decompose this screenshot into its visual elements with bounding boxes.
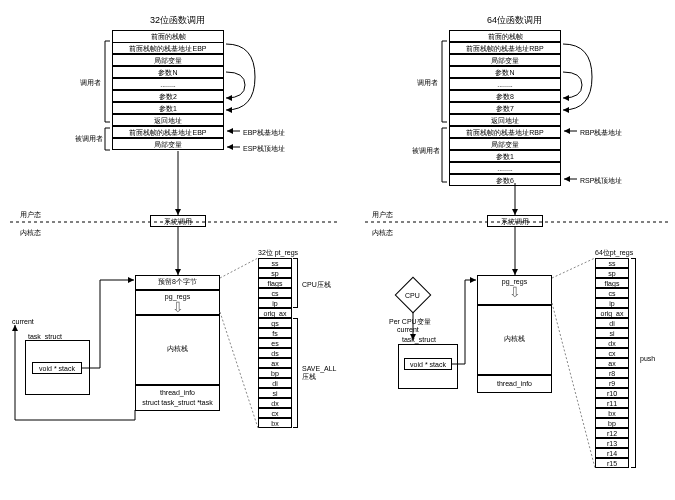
svg-marker-31 — [564, 128, 570, 134]
brace-push — [631, 258, 636, 468]
left-user-label: 用户态 — [20, 210, 41, 220]
left-ptregs-cell: bp — [258, 368, 292, 378]
left-title: 32位函数调用 — [150, 14, 205, 27]
right-title: 64位函数调用 — [487, 14, 542, 27]
right-pgregs: pg_regs⇩ — [477, 275, 552, 305]
right-stack-cell: 参数7 — [449, 102, 561, 114]
right-ptregs-cell: flags — [595, 278, 629, 288]
left-stack-cell: ........ — [112, 78, 224, 90]
right-voidstack: void * stack — [404, 358, 452, 370]
right-callee-label: 被调用者 — [412, 146, 440, 156]
left-stack-cell: 前面栈帧的栈基地址EBP — [112, 126, 224, 138]
brace-saveall — [293, 318, 298, 428]
right-ptregs-cell: r11 — [595, 398, 629, 408]
right-stack-cell: 参数1 — [449, 150, 561, 162]
right-user-label: 用户态 — [372, 210, 393, 220]
left-ptregs-cell: flags — [258, 278, 292, 288]
down-arrow-icon: ⇩ — [172, 299, 184, 315]
left-callee-label: 被调用者 — [75, 134, 103, 144]
right-caller-label: 调用者 — [417, 78, 438, 88]
right-syscall: 系统调用 — [487, 215, 543, 227]
right-stack-cell: ........ — [449, 78, 561, 90]
svg-line-51 — [552, 303, 595, 468]
svg-marker-29 — [563, 107, 569, 113]
left-caller-label: 调用者 — [80, 78, 101, 88]
svg-marker-49 — [470, 277, 476, 283]
left-voidstack: void * stack — [32, 362, 82, 374]
left-syscall: 系统调用 — [150, 215, 206, 227]
right-cpu: CPU — [405, 292, 420, 299]
left-taskstruct: task_struct — [28, 333, 62, 340]
left-ptregs-cell: orig_ax — [258, 308, 292, 318]
right-ptregs-cell: cx — [595, 348, 629, 358]
right-stack-cell: 前面栈帧的栈基地址RBP — [449, 42, 561, 54]
left-ptregs-cell: cx — [258, 408, 292, 418]
svg-marker-33 — [564, 176, 570, 182]
left-ptregs-cell: ip — [258, 298, 292, 308]
left-ptregs-cell: ds — [258, 348, 292, 358]
right-ptregs-cell: bx — [595, 408, 629, 418]
left-ptregs-cell: si — [258, 388, 292, 398]
svg-marker-28 — [563, 95, 569, 101]
left-stack-cell: 参数N — [112, 66, 224, 78]
right-current: current — [397, 326, 419, 333]
right-ptregs-cell: ss — [595, 258, 629, 268]
right-rbp-note: RBP栈基地址 — [580, 128, 622, 138]
left-kernel-label: 内核态 — [20, 228, 41, 238]
left-cpupush: CPU压栈 — [302, 280, 331, 290]
right-ptregs-cell: r12 — [595, 428, 629, 438]
left-stack-cell: 局部变量 — [112, 54, 224, 66]
right-ptregs-cell: di — [595, 318, 629, 328]
left-pt-title: 32位 pt_regs — [258, 248, 298, 258]
svg-line-42 — [220, 258, 258, 278]
left-stack-cell: 返回地址 — [112, 114, 224, 126]
left-ptregs-cell: bx — [258, 418, 292, 428]
svg-marker-22 — [226, 95, 232, 101]
brace-cpu — [293, 258, 298, 308]
right-taskstruct: task_struct — [402, 336, 436, 343]
left-ptregs-cell: di — [258, 378, 292, 388]
right-ptregs-cell: dx — [595, 338, 629, 348]
left-ptregs-cell: sp — [258, 268, 292, 278]
left-stack-cell: 前面栈帧的栈基地址EBP — [112, 42, 224, 54]
right-ptregs-cell: ip — [595, 298, 629, 308]
left-ptregs-cell: ss — [258, 258, 292, 268]
right-ptregs-cell: ax — [595, 358, 629, 368]
svg-marker-41 — [128, 277, 134, 283]
right-stack-cell: 前面栈帧的栈基地址RBP — [449, 126, 561, 138]
svg-line-43 — [220, 312, 258, 428]
left-ptregs-cell: dx — [258, 398, 292, 408]
right-ptregs-cell: r9 — [595, 378, 629, 388]
right-stack-cell: ........ — [449, 162, 561, 174]
right-kernel-label: 内核态 — [372, 228, 393, 238]
svg-marker-37 — [12, 325, 18, 331]
right-stack-cell: 参数6 — [449, 174, 561, 186]
right-ptregs-cell: r8 — [595, 368, 629, 378]
left-stack-cell: 参数1 — [112, 102, 224, 114]
right-ptregs-cell: cs — [595, 288, 629, 298]
left-stack-cell: 局部变量 — [112, 138, 224, 150]
left-ptregs-cell: cs — [258, 288, 292, 298]
left-thread: thread_infostruct task_struct *task — [135, 385, 220, 411]
left-kstack: 内核栈 — [135, 315, 220, 385]
down-arrow-icon: ⇩ — [509, 284, 521, 300]
left-ebp-note: EBP栈基地址 — [243, 128, 285, 138]
right-stack-cell: 参数8 — [449, 90, 561, 102]
left-reserve: 预留8个字节 — [135, 275, 220, 290]
right-stack-cell: 前面的栈帧 — [449, 30, 561, 42]
left-ptregs-cell: fs — [258, 328, 292, 338]
right-pt-title: 64位pt_regs — [595, 248, 633, 258]
right-ptregs-cell: orig_ax — [595, 308, 629, 318]
svg-line-50 — [552, 258, 595, 278]
right-ptregs-cell: r14 — [595, 448, 629, 458]
left-saveall: SAVE_ALL压栈 — [302, 365, 337, 382]
right-stack-cell: 局部变量 — [449, 138, 561, 150]
right-kstack: 内核栈 — [477, 305, 552, 375]
left-ptregs-cell: es — [258, 338, 292, 348]
right-ptregs-cell: sp — [595, 268, 629, 278]
right-stack-cell: 参数N — [449, 66, 561, 78]
right-push: push — [640, 355, 655, 362]
left-ptregs-cell: gs — [258, 318, 292, 328]
svg-marker-25 — [227, 128, 233, 134]
right-ptregs-cell: r10 — [595, 388, 629, 398]
